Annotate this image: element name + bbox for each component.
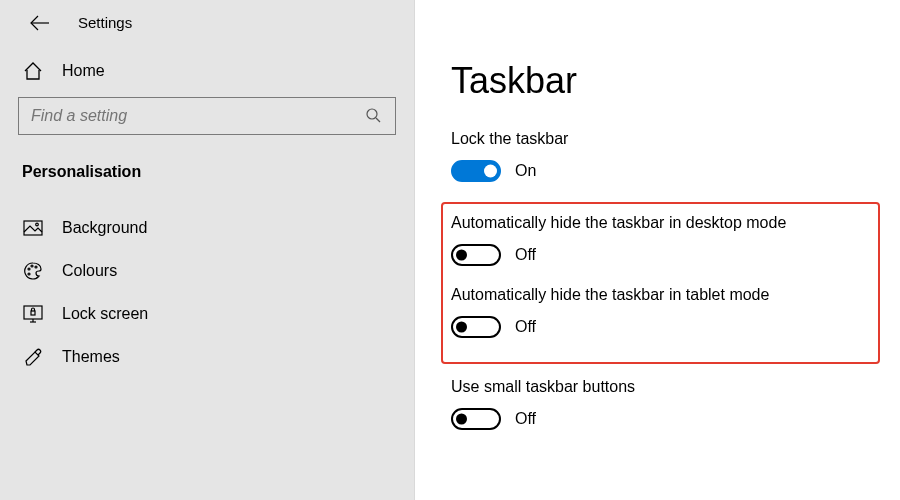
nav-home-label: Home [62,62,105,80]
svg-point-6 [31,265,33,267]
toggle-small-buttons[interactable] [451,408,501,430]
option-label: Lock the taskbar [451,130,900,148]
option-lock-taskbar: Lock the taskbar On [451,130,900,182]
toggle-state: Off [515,246,536,264]
option-autohide-tablet: Automatically hide the taskbar in tablet… [451,286,870,338]
svg-rect-12 [31,311,35,315]
search-input[interactable] [19,107,365,125]
window-title: Settings [78,14,132,31]
settings-sidebar: Settings Home Personalisation [0,0,415,500]
themes-icon [22,347,44,367]
sidebar-item-colours[interactable]: Colours [0,249,414,293]
svg-line-2 [376,118,380,122]
toggle-autohide-tablet[interactable] [451,316,501,338]
option-label: Automatically hide the taskbar in deskto… [451,214,870,232]
svg-point-4 [36,223,39,226]
option-autohide-desktop: Automatically hide the taskbar in deskto… [451,214,870,266]
sidebar-item-background[interactable]: Background [0,207,414,249]
category-heading: Personalisation [0,149,414,193]
search-input-wrap[interactable] [18,97,396,135]
sidebar-item-themes[interactable]: Themes [0,335,414,379]
toggle-autohide-desktop[interactable] [451,244,501,266]
sidebar-item-label: Background [62,219,147,237]
svg-rect-3 [24,221,42,235]
background-icon [22,220,44,236]
toggle-state: On [515,162,536,180]
sidebar-item-label: Themes [62,348,120,366]
option-small-buttons: Use small taskbar buttons Off [451,378,900,430]
toggle-state: Off [515,318,536,336]
search-icon [365,107,395,126]
svg-point-7 [35,266,37,268]
nav-home[interactable]: Home [0,49,414,93]
svg-point-8 [28,273,30,275]
svg-point-1 [367,109,377,119]
toggle-state: Off [515,410,536,428]
sidebar-item-lockscreen[interactable]: Lock screen [0,293,414,335]
home-icon [22,61,44,81]
content-pane: Taskbar Lock the taskbar On Automaticall… [415,0,900,500]
svg-point-5 [28,268,30,270]
option-label: Use small taskbar buttons [451,378,900,396]
colours-icon [22,261,44,281]
toggle-lock-taskbar[interactable] [451,160,501,182]
highlight-box: Automatically hide the taskbar in deskto… [441,202,880,364]
page-title: Taskbar [451,60,900,102]
option-label: Automatically hide the taskbar in tablet… [451,286,870,304]
sidebar-item-label: Colours [62,262,117,280]
sidebar-item-label: Lock screen [62,305,148,323]
lock-screen-icon [22,305,44,323]
back-arrow-icon[interactable] [30,15,50,31]
